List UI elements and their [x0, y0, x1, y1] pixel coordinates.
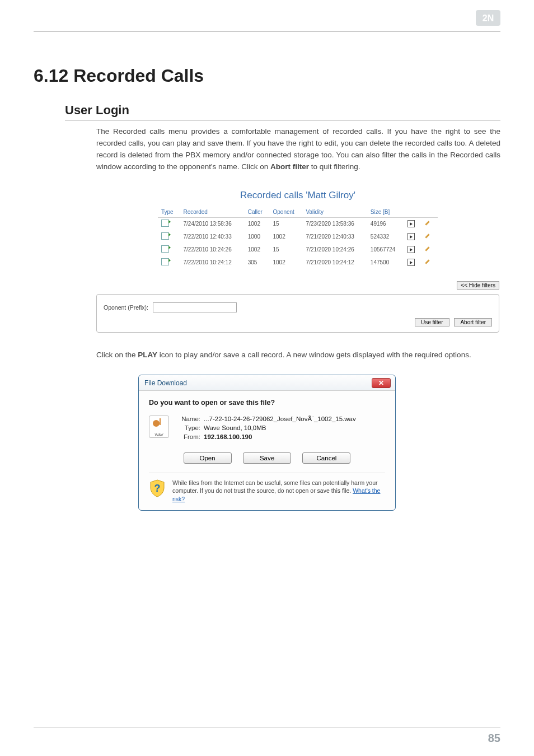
play-icon[interactable]: [407, 246, 415, 253]
edit-icon[interactable]: [424, 232, 432, 240]
intro-paragraph: The Recorded calls menu provides a comfo…: [96, 126, 500, 173]
cell-oponent: 15: [269, 217, 302, 230]
audio-file-icon: [161, 245, 169, 253]
open-button[interactable]: Open: [184, 452, 232, 464]
play-icon[interactable]: [407, 220, 415, 227]
page-footer: 85: [34, 727, 500, 745]
cell-caller: 1002: [245, 217, 270, 230]
wav-file-icon: WAV: [149, 416, 169, 438]
col-validity[interactable]: Validity: [303, 207, 367, 218]
cell-caller: 1002: [245, 243, 270, 256]
cell-size: 10567724: [367, 243, 404, 256]
col-caller[interactable]: Caller: [245, 207, 270, 218]
warning-text: While files from the Internet can be use…: [172, 479, 378, 494]
use-filter-button[interactable]: Use filter: [415, 318, 449, 326]
close-icon[interactable]: ✕: [372, 378, 391, 388]
cell-validity: 7/21/2020 12:40:33: [303, 230, 367, 243]
abort-filter-button[interactable]: Abort filter: [454, 318, 492, 326]
table-row: 7/22/2010 12:40:33 1000 1002 7/21/2020 1…: [158, 230, 438, 243]
shield-question-icon: ?: [149, 479, 166, 498]
intro-tail: to quit filtering.: [309, 162, 360, 171]
name-value: ...7-22-10-24-26-729062_Josef_NovÃ¨_1002…: [204, 416, 356, 422]
panel-title: Recorded calls 'Matt Gilroy': [96, 190, 499, 201]
play-icon[interactable]: [407, 233, 415, 240]
dialog-title: File Download: [144, 379, 187, 387]
warning-text-block: While files from the Internet can be use…: [172, 479, 385, 503]
cell-size: 49196: [367, 217, 404, 230]
cell-recorded: 7/22/2010 10:24:26: [180, 243, 245, 256]
cell-validity: 7/21/2020 10:24:26: [303, 243, 367, 256]
name-label: Name:: [177, 416, 200, 422]
header-divider: [34, 31, 500, 32]
filter-box: Oponent (Prefix): Use filter Abort filte…: [96, 294, 499, 333]
page-number: 85: [488, 732, 500, 744]
filter-label: Oponent (Prefix):: [104, 304, 148, 311]
from-label: From:: [177, 433, 200, 440]
play-icon[interactable]: [407, 259, 415, 266]
recorded-calls-table: Type Recorded Caller Oponent Validity Si…: [158, 207, 438, 269]
cell-validity: 7/23/2020 13:58:36: [303, 217, 367, 230]
file-download-dialog-screenshot: File Download ✕ Do you want to open or s…: [138, 375, 396, 511]
cell-recorded: 7/22/2010 12:40:33: [180, 230, 245, 243]
svg-text:?: ?: [154, 483, 161, 494]
table-row: 7/22/2010 10:24:12 305 1002 7/21/2020 10…: [158, 256, 438, 269]
dialog-titlebar: File Download ✕: [139, 375, 395, 391]
cancel-button[interactable]: Cancel: [302, 452, 350, 464]
audio-file-icon: [161, 232, 169, 240]
cell-recorded: 7/22/2010 10:24:12: [180, 256, 245, 269]
oponent-prefix-input[interactable]: [153, 302, 237, 312]
section-divider: [65, 120, 500, 120]
from-value: 192.168.100.190: [204, 433, 252, 440]
col-oponent[interactable]: Oponent: [269, 207, 302, 218]
brand-logo: 2N: [476, 10, 500, 26]
edit-icon[interactable]: [424, 258, 432, 266]
page-title: 6.12 Recorded Calls: [34, 66, 500, 86]
edit-icon[interactable]: [424, 220, 432, 227]
table-row: 7/22/2010 10:24:26 1002 15 7/21/2020 10:…: [158, 243, 438, 256]
mid-bold: PLAY: [138, 351, 157, 359]
mid-post: icon to play and/or save a call record. …: [157, 351, 471, 359]
cell-caller: 1000: [245, 230, 270, 243]
type-value: Wave Sound, 10,0MB: [204, 424, 266, 431]
wav-label: WAV: [154, 433, 163, 437]
cell-size: 147500: [367, 256, 404, 269]
audio-file-icon: [161, 220, 169, 227]
edit-icon[interactable]: [424, 245, 432, 253]
col-size[interactable]: Size [B]: [367, 207, 404, 218]
hide-filters-button[interactable]: << Hide filters: [457, 281, 499, 290]
cell-validity: 7/21/2020 10:24:12: [303, 256, 367, 269]
audio-file-icon: [161, 258, 169, 265]
section-title: User Login: [65, 103, 500, 118]
dialog-question: Do you want to open or save this file?: [149, 399, 385, 407]
svg-text:2N: 2N: [483, 13, 494, 23]
table-row: 7/24/2010 13:58:36 1002 15 7/23/2020 13:…: [158, 217, 438, 230]
col-type[interactable]: Type: [158, 207, 180, 218]
cell-caller: 305: [245, 256, 270, 269]
cell-size: 524332: [367, 230, 404, 243]
cell-oponent: 1002: [269, 256, 302, 269]
intro-bold: Abort filter: [270, 162, 309, 171]
type-label: Type:: [177, 424, 200, 431]
file-info: Name:...7-22-10-24-26-729062_Josef_NovÃ¨…: [177, 416, 356, 442]
mid-pre: Click on the: [96, 351, 138, 359]
cell-recorded: 7/24/2010 13:58:36: [180, 217, 245, 230]
mid-paragraph: Click on the PLAY icon to play and/or sa…: [96, 349, 500, 361]
cell-oponent: 1002: [269, 230, 302, 243]
col-recorded[interactable]: Recorded: [180, 207, 245, 218]
recorded-calls-panel: Recorded calls 'Matt Gilroy' Type Record…: [96, 190, 499, 333]
cell-oponent: 15: [269, 243, 302, 256]
save-button[interactable]: Save: [243, 452, 291, 464]
